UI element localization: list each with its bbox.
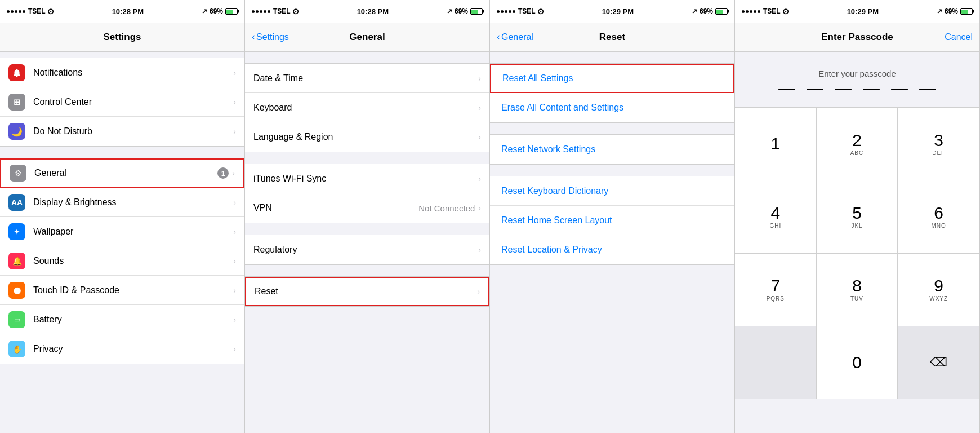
touch-id-icon: ⬤ xyxy=(8,282,25,299)
num-key-2[interactable]: 2 ABC xyxy=(817,108,898,180)
chevron-control-center: › xyxy=(233,98,236,107)
gap-g1 xyxy=(245,52,489,63)
chevron-privacy: › xyxy=(233,344,236,354)
reset-item-home-screen[interactable]: Reset Home Screen Layout xyxy=(490,206,734,235)
settings-item-wallpaper[interactable]: ✦ Wallpaper › xyxy=(0,217,244,246)
num-key-7[interactable]: 7 PQRS xyxy=(735,254,817,326)
reset-all-settings-label: Reset All Settings xyxy=(502,73,722,83)
num-key-0[interactable]: 0 xyxy=(817,326,898,399)
time-2: 10:28 PM xyxy=(357,7,389,16)
privacy-icon: ✋ xyxy=(8,341,25,357)
reset-item-location[interactable]: Reset Location & Privacy xyxy=(490,235,734,264)
settings-panel: TSEL ⊙ 10:28 PM ↗ 69% Settings Notificat… xyxy=(0,0,245,433)
chevron-sounds: › xyxy=(233,257,236,266)
battery-icon-3 xyxy=(715,8,728,15)
num-key-6[interactable]: 6 MNO xyxy=(898,180,979,253)
notifications-icon xyxy=(8,64,25,81)
wifi-icon-2: ⊙ xyxy=(292,7,299,16)
num-digit-9: 9 xyxy=(934,277,943,294)
battery-percent-2: 69% xyxy=(455,7,468,15)
sounds-icon: 🔔 xyxy=(8,253,25,269)
num-digit-3: 3 xyxy=(934,132,943,149)
nav-bar-3: ‹ General Reset xyxy=(490,23,734,52)
reset-group-1: Reset All Settings Erase All Content and… xyxy=(490,63,734,123)
chevron-notifications: › xyxy=(233,68,236,77)
status-bar-1: TSEL ⊙ 10:28 PM ↗ 69% xyxy=(0,0,244,23)
passcode-panel: TSEL ⊙ 10:29 PM ↗ 69% Enter Passcode Can… xyxy=(735,0,980,433)
nav-back-settings[interactable]: ‹ Settings xyxy=(252,31,289,43)
general-item-language[interactable]: Language & Region › xyxy=(245,122,489,152)
passcode-dash-3 xyxy=(835,89,852,90)
status-right-1: ↗ 69% xyxy=(202,7,238,15)
reset-panel: TSEL ⊙ 10:29 PM ↗ 69% ‹ General Reset Re… xyxy=(490,0,735,433)
battery-settings-icon: ▭ xyxy=(8,311,25,328)
dot-2 xyxy=(11,10,14,13)
nav-bar-4: Enter Passcode Cancel xyxy=(735,23,979,52)
signal-dots-2 xyxy=(252,10,270,13)
privacy-label: Privacy xyxy=(33,344,233,354)
settings-item-control-center[interactable]: ⊞ Control Center › xyxy=(0,87,244,117)
reset-item-keyboard[interactable]: Reset Keyboard Dictionary xyxy=(490,176,734,206)
regulatory-label: Regulatory xyxy=(253,245,478,255)
nav-back-general[interactable]: ‹ General xyxy=(497,31,533,43)
settings-item-touch-id[interactable]: ⬤ Touch ID & Passcode › xyxy=(0,276,244,305)
num-letters-5: JKL xyxy=(851,223,862,229)
display-label: Display & Brightness xyxy=(33,197,233,207)
cancel-button[interactable]: Cancel xyxy=(945,32,973,42)
num-key-3[interactable]: 3 DEF xyxy=(898,108,979,180)
num-key-8[interactable]: 8 TUV xyxy=(817,254,898,326)
general-group-2: iTunes Wi-Fi Sync › VPN Not Connected › xyxy=(245,164,489,223)
location-icon-4: ↗ xyxy=(937,7,942,15)
general-item-regulatory[interactable]: Regulatory › xyxy=(245,235,489,264)
dot-3 xyxy=(15,10,17,13)
gap-r2 xyxy=(490,123,734,134)
location-icon-3: ↗ xyxy=(692,7,697,15)
reset-label: Reset xyxy=(255,286,477,297)
passcode-dash-4 xyxy=(863,89,880,90)
num-key-5[interactable]: 5 JKL xyxy=(817,180,898,253)
num-key-delete[interactable]: ⌫ xyxy=(898,326,979,399)
general-list: Date & Time › Keyboard › Language & Regi… xyxy=(245,52,489,433)
chevron-reset: › xyxy=(477,287,480,296)
num-digit-1: 1 xyxy=(770,135,780,152)
general-item-date-time[interactable]: Date & Time › xyxy=(245,64,489,93)
num-key-1[interactable]: 1 xyxy=(735,108,817,180)
num-digit-8: 8 xyxy=(852,277,862,294)
num-letters-3: DEF xyxy=(932,150,945,156)
num-key-9[interactable]: 9 WXYZ xyxy=(898,254,979,326)
general-item-itunes[interactable]: iTunes Wi-Fi Sync › xyxy=(245,164,489,193)
general-item-keyboard[interactable]: Keyboard › xyxy=(245,93,489,122)
reset-item-all-settings[interactable]: Reset All Settings xyxy=(490,64,734,93)
settings-item-battery[interactable]: ▭ Battery › xyxy=(0,305,244,334)
settings-item-display[interactable]: AA Display & Brightness › xyxy=(0,188,244,217)
battery-percent-4: 69% xyxy=(945,7,958,15)
reset-network-label: Reset Network Settings xyxy=(501,144,723,154)
general-item-reset[interactable]: Reset › xyxy=(245,277,489,306)
status-left-3: TSEL ⊙ xyxy=(497,7,544,16)
general-label: General xyxy=(34,168,217,178)
settings-item-general[interactable]: ⚙ General 1 › xyxy=(0,158,244,188)
battery-percent-1: 69% xyxy=(210,7,223,15)
num-key-4[interactable]: 4 GHI xyxy=(735,180,817,253)
settings-item-do-not-disturb[interactable]: 🌙 Do Not Disturb › xyxy=(0,117,244,146)
time-1: 10:28 PM xyxy=(112,7,144,16)
num-letters-8: TUV xyxy=(850,295,863,302)
settings-item-sounds[interactable]: 🔔 Sounds › xyxy=(0,246,244,276)
carrier-3: TSEL xyxy=(518,7,536,15)
back-label-3: General xyxy=(501,32,533,42)
chevron-do-not-disturb: › xyxy=(233,127,236,136)
settings-item-notifications[interactable]: Notifications › xyxy=(0,58,244,87)
dot-5 xyxy=(23,10,25,13)
settings-item-privacy[interactable]: ✋ Privacy › xyxy=(0,334,244,364)
chevron-battery: › xyxy=(233,315,236,324)
sounds-label: Sounds xyxy=(33,256,233,266)
back-chevron-2: ‹ xyxy=(252,31,255,43)
general-item-vpn[interactable]: VPN Not Connected › xyxy=(245,193,489,223)
reset-item-erase[interactable]: Erase All Content and Settings xyxy=(490,93,734,122)
settings-group-1: Notifications › ⊞ Control Center › 🌙 Do … xyxy=(0,58,244,147)
settings-group-2: ⚙ General 1 › AA Display & Brightness › … xyxy=(0,158,244,364)
num-letters-2: ABC xyxy=(850,150,864,156)
passcode-dots xyxy=(778,89,936,90)
battery-fill-1 xyxy=(226,10,233,14)
reset-item-network[interactable]: Reset Network Settings xyxy=(490,135,734,164)
